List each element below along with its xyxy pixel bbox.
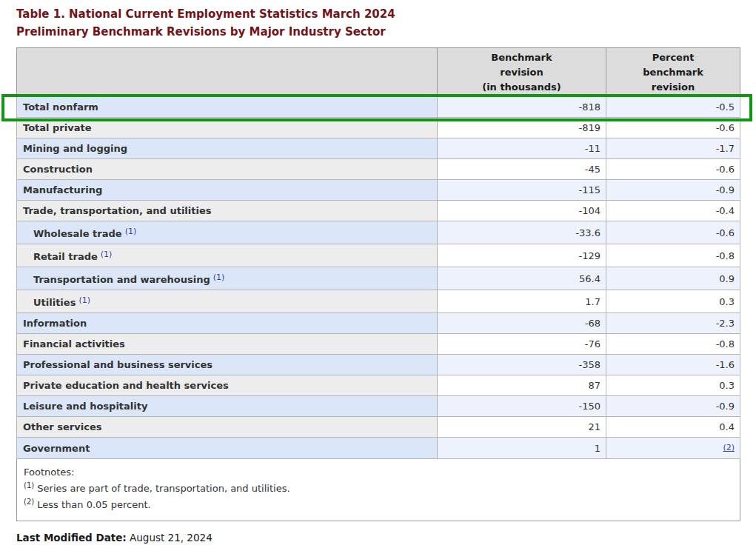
table-row: Private education and health services870… — [17, 375, 740, 396]
benchmark-revision-column-header: Benchmark revision (in thousands) — [438, 48, 606, 97]
benchmark-revision-value: 1.7 — [438, 290, 606, 313]
industry-label: Retail trade(1) — [17, 244, 438, 267]
benchmark-revision-value: -818 — [438, 97, 606, 118]
footnotes-row: Footnotes: (1) Series are part of trade,… — [17, 459, 740, 521]
benchmark-revisions-table: Benchmark revision (in thousands) Percen… — [16, 47, 740, 521]
footnote-2-marker: (2) — [24, 498, 34, 506]
table-row: Construction-45-0.6 — [17, 159, 740, 180]
footnote-1-text: Series are part of trade, transportation… — [37, 483, 290, 494]
benchmark-revision-value: -68 — [438, 313, 606, 334]
benchmark-revision-value: -33.6 — [438, 221, 606, 244]
table-row: Wholesale trade(1)-33.6-0.6 — [17, 221, 740, 244]
table-row: Total private-819-0.6 — [17, 118, 740, 138]
industry-label: Wholesale trade(1) — [17, 221, 438, 244]
percent-benchmark-revision-value: -0.6 — [606, 221, 740, 244]
footnote-1-link[interactable]: (1) — [78, 295, 90, 305]
percent-benchmark-revision-column-header: Percent benchmark revision — [606, 48, 740, 97]
percent-benchmark-revision-value: -0.8 — [606, 244, 740, 267]
last-modified: Last Modified Date: August 21, 2024 — [16, 532, 740, 544]
percent-benchmark-revision-value: -0.9 — [606, 396, 740, 417]
footnote-2-text: Less than 0.05 percent. — [37, 499, 150, 510]
industry-label: Total private — [17, 118, 438, 138]
table-row: Information-68-2.3 — [17, 313, 740, 334]
percent-benchmark-revision-value: 0.9 — [606, 267, 740, 290]
percent-benchmark-revision-value: -0.9 — [606, 180, 740, 201]
benchmark-revision-value: -45 — [438, 159, 606, 180]
benchmark-revision-value: -358 — [438, 355, 606, 375]
table-row: Mining and logging-11-1.7 — [17, 138, 740, 159]
benchmark-revision-value: 87 — [438, 375, 606, 396]
corner-header-cell — [17, 48, 438, 97]
industry-label: Information — [17, 313, 438, 334]
percent-benchmark-revision-value: 0.3 — [606, 375, 740, 396]
percent-benchmark-revision-value: -0.6 — [606, 118, 740, 138]
table-row: Transportation and warehousing(1)56.40.9 — [17, 267, 740, 290]
industry-label: Construction — [17, 159, 438, 180]
table-row: Trade, transportation, and utilities-104… — [17, 201, 740, 221]
benchmark-revision-value: -115 — [438, 180, 606, 201]
percent-benchmark-revision-value: -0.5 — [606, 97, 740, 118]
benchmark-revision-value: 21 — [438, 417, 606, 438]
industry-label: Other services — [17, 417, 438, 438]
percent-benchmark-revision-value: 0.3 — [606, 290, 740, 313]
industry-label: Private education and health services — [17, 375, 438, 396]
industry-label: Financial activities — [17, 334, 438, 355]
table-area: Benchmark revision (in thousands) Percen… — [16, 47, 740, 521]
benchmark-revision-value: -150 — [438, 396, 606, 417]
industry-label: Transportation and warehousing(1) — [17, 267, 438, 290]
percent-benchmark-revision-value: (2) — [606, 438, 740, 459]
benchmark-revision-value: -11 — [438, 138, 606, 159]
table-row: Other services210.4 — [17, 417, 740, 438]
table-row: Total nonfarm-818-0.5 — [17, 97, 740, 118]
percent-benchmark-revision-value: -0.8 — [606, 334, 740, 355]
footnote-2: (2) Less than 0.05 percent. — [24, 497, 733, 513]
benchmark-revision-value: 1 — [438, 438, 606, 459]
footnotes-heading: Footnotes: — [24, 464, 733, 481]
industry-label: Leisure and hospitality — [17, 396, 438, 417]
industry-label: Manufacturing — [17, 180, 438, 201]
last-modified-label: Last Modified Date: — [16, 532, 127, 544]
table-row: Professional and business services-358-1… — [17, 355, 740, 375]
percent-benchmark-revision-value: -1.6 — [606, 355, 740, 375]
benchmark-revision-value: -129 — [438, 244, 606, 267]
industry-label: Total nonfarm — [17, 97, 438, 118]
percent-benchmark-revision-value: -2.3 — [606, 313, 740, 334]
footnote-1-link[interactable]: (1) — [125, 227, 137, 236]
industry-label: Utilities(1) — [17, 290, 438, 313]
header-row: Benchmark revision (in thousands) Percen… — [17, 48, 740, 97]
percent-benchmark-revision-value: 0.4 — [606, 417, 740, 438]
footnote-1: (1) Series are part of trade, transporta… — [24, 481, 733, 497]
percent-benchmark-revision-value: -0.4 — [606, 201, 740, 221]
table-title-line1: Table 1. National Current Employment Sta… — [16, 5, 740, 23]
table-title-line2: Preliminary Benchmark Revisions by Major… — [16, 23, 740, 41]
footnote-2-link[interactable]: (2) — [723, 443, 735, 452]
table-row: Leisure and hospitality-150-0.9 — [17, 396, 740, 417]
footnote-1-marker: (1) — [24, 481, 34, 489]
industry-label: Trade, transportation, and utilities — [17, 201, 438, 221]
table-row: Government1(2) — [17, 438, 740, 459]
footnotes-cell: Footnotes: (1) Series are part of trade,… — [17, 459, 740, 521]
benchmark-revision-value: -819 — [438, 118, 606, 138]
benchmark-revision-value: -104 — [438, 201, 606, 221]
page: Table 1. National Current Employment Sta… — [0, 0, 756, 544]
benchmark-revision-value: -76 — [438, 334, 606, 355]
footnote-1-link[interactable]: (1) — [101, 250, 113, 259]
benchmark-revision-value: 56.4 — [438, 267, 606, 290]
industry-label: Professional and business services — [17, 355, 438, 375]
percent-benchmark-revision-value: -0.6 — [606, 159, 740, 180]
table-row: Retail trade(1)-129-0.8 — [17, 244, 740, 267]
footnote-1-link[interactable]: (1) — [213, 272, 225, 282]
table-row: Financial activities-76-0.8 — [17, 334, 740, 355]
industry-label: Government — [17, 438, 438, 459]
table-row: Manufacturing-115-0.9 — [17, 180, 740, 201]
percent-benchmark-revision-value: -1.7 — [606, 138, 740, 159]
table-row: Utilities(1)1.70.3 — [17, 290, 740, 313]
last-modified-value: August 21, 2024 — [130, 532, 213, 544]
industry-label: Mining and logging — [17, 138, 438, 159]
